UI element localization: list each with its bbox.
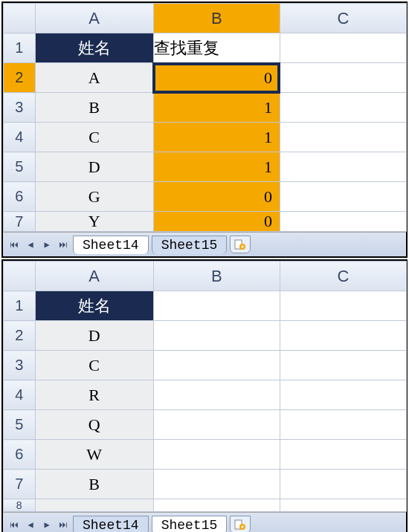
cell-C6[interactable] <box>280 440 406 470</box>
row-header[interactable]: 2 <box>4 63 36 93</box>
new-sheet-icon[interactable] <box>230 516 251 532</box>
sheet-tabbar-bottom: ⏮ ◀ ▶ ⏭ Sheet14 Sheet15 <box>3 512 406 532</box>
cell-A6[interactable]: W <box>35 440 153 470</box>
row-header[interactable]: 5 <box>4 410 36 440</box>
cell-C1[interactable] <box>280 33 406 63</box>
cell-B3[interactable] <box>153 351 280 380</box>
select-all-corner[interactable] <box>4 262 36 291</box>
workbook-window-top: A B C 1 姓名 查找重复 2 A 0 3 B 1 4 C 1 <box>1 1 408 258</box>
col-header-B[interactable]: B <box>153 262 280 291</box>
cell-B7[interactable]: 0 <box>153 212 280 232</box>
nav-prev-icon[interactable]: ◀ <box>24 238 37 251</box>
cell-C6[interactable] <box>280 182 406 212</box>
row-header[interactable]: 4 <box>4 123 36 152</box>
cell-B6[interactable]: 0 <box>153 182 280 212</box>
grid-bottom[interactable]: A B C 1 姓名 2 D 3 C 4 R 5 <box>3 261 407 512</box>
grid-top[interactable]: A B C 1 姓名 查找重复 2 A 0 3 B 1 4 C 1 <box>3 3 407 232</box>
workbook-window-bottom: A B C 1 姓名 2 D 3 C 4 R 5 <box>1 259 408 532</box>
cell-A5[interactable]: D <box>35 152 153 182</box>
cell-C2[interactable] <box>280 321 406 351</box>
tab-sheet14[interactable]: Sheet14 <box>73 236 149 254</box>
cell-A4[interactable]: R <box>35 380 153 410</box>
tab-sheet15[interactable]: Sheet15 <box>152 236 228 254</box>
cell-A1[interactable]: 姓名 <box>35 33 153 63</box>
cell-C4[interactable] <box>280 380 406 410</box>
cell-C3[interactable] <box>280 351 406 380</box>
nav-next-icon[interactable]: ▶ <box>40 238 54 251</box>
nav-first-icon[interactable]: ⏮ <box>7 238 21 251</box>
col-header-A[interactable]: A <box>35 4 153 33</box>
cell-A8[interactable] <box>35 499 153 512</box>
tab-sheet14[interactable]: Sheet14 <box>73 516 149 533</box>
cell-C7[interactable] <box>280 470 406 499</box>
cell-B6[interactable] <box>153 440 280 470</box>
row-header[interactable]: 7 <box>4 212 36 232</box>
row-header[interactable]: 4 <box>4 380 36 410</box>
new-sheet-icon[interactable] <box>230 236 251 253</box>
select-all-corner[interactable] <box>4 4 36 33</box>
row-header[interactable]: 5 <box>4 152 36 182</box>
cell-B2[interactable] <box>153 321 280 351</box>
cell-C4[interactable] <box>280 123 406 152</box>
cell-B8[interactable] <box>153 499 280 512</box>
row-header[interactable]: 1 <box>4 33 36 63</box>
nav-last-icon[interactable]: ⏭ <box>57 518 70 531</box>
row-header[interactable]: 3 <box>4 93 36 123</box>
cell-A5[interactable]: Q <box>35 410 153 440</box>
cell-A7[interactable]: B <box>35 470 153 499</box>
cell-B2-active[interactable]: 0 <box>153 63 280 93</box>
cell-A3[interactable]: C <box>35 351 153 380</box>
cell-B3[interactable]: 1 <box>153 93 280 123</box>
cell-C2[interactable] <box>280 63 406 93</box>
cell-C7[interactable] <box>280 212 406 232</box>
cell-C5[interactable] <box>280 152 406 182</box>
col-header-B[interactable]: B <box>153 4 280 33</box>
col-header-C[interactable]: C <box>280 262 406 291</box>
cell-A2[interactable]: A <box>35 63 153 93</box>
cell-B7[interactable] <box>153 470 280 499</box>
cell-B4[interactable]: 1 <box>153 123 280 152</box>
row-header[interactable]: 7 <box>4 470 36 499</box>
cell-A1[interactable]: 姓名 <box>35 291 153 321</box>
nav-first-icon[interactable]: ⏮ <box>7 518 21 531</box>
cell-A2[interactable]: D <box>35 321 153 351</box>
nav-next-icon[interactable]: ▶ <box>40 518 54 531</box>
cell-B4[interactable] <box>153 380 280 410</box>
col-header-C[interactable]: C <box>280 4 406 33</box>
cell-C8[interactable] <box>280 499 406 512</box>
row-header[interactable]: 3 <box>4 351 36 380</box>
cell-C5[interactable] <box>280 410 406 440</box>
row-header[interactable]: 6 <box>4 440 36 470</box>
row-header[interactable]: 8 <box>4 499 36 512</box>
nav-prev-icon[interactable]: ◀ <box>24 518 37 531</box>
cell-C3[interactable] <box>280 93 406 123</box>
cell-B1[interactable]: 查找重复 <box>153 33 280 63</box>
tab-sheet15[interactable]: Sheet15 <box>152 516 228 533</box>
row-header[interactable]: 6 <box>4 182 36 212</box>
cell-B5[interactable]: 1 <box>153 152 280 182</box>
cell-A6[interactable]: G <box>35 182 153 212</box>
cell-A4[interactable]: C <box>35 123 153 152</box>
row-header[interactable]: 2 <box>4 321 36 351</box>
col-header-A[interactable]: A <box>35 262 153 291</box>
sheet-tabbar-top: ⏮ ◀ ▶ ⏭ Sheet14 Sheet15 <box>3 232 406 256</box>
cell-A3[interactable]: B <box>35 93 153 123</box>
nav-last-icon[interactable]: ⏭ <box>57 238 70 251</box>
cell-B1[interactable] <box>153 291 280 321</box>
cell-B5[interactable] <box>153 410 280 440</box>
cell-C1[interactable] <box>280 291 406 321</box>
cell-A7[interactable]: Y <box>35 212 153 232</box>
row-header[interactable]: 1 <box>4 291 36 321</box>
